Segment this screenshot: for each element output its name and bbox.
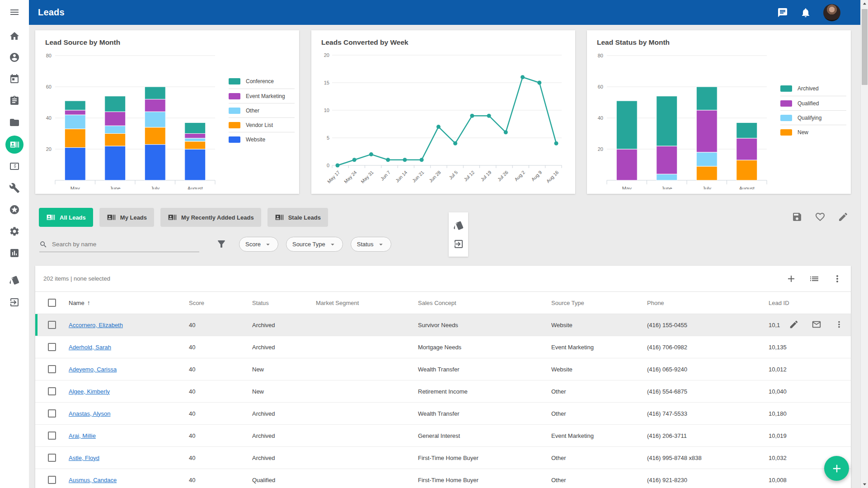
table-row[interactable]: Algee, Kimberly 40 New Retirement Income… <box>35 380 851 403</box>
menu-icon[interactable] <box>9 7 20 18</box>
view-button-stale-leads[interactable]: Stale Leads <box>267 208 328 227</box>
view-button-my-leads[interactable]: My Leads <box>99 208 154 227</box>
view-list-icon[interactable] <box>809 273 820 284</box>
lead-name-link[interactable]: Adeyemo, Carissa <box>69 366 189 373</box>
svg-text:Jun 7: Jun 7 <box>379 169 391 182</box>
column-header-lead-id[interactable]: Lead ID <box>769 300 851 306</box>
column-header-phone[interactable]: Phone <box>647 300 769 306</box>
notifications-bell-icon[interactable] <box>800 7 811 18</box>
legend-item-new[interactable]: New <box>780 125 846 139</box>
edit-pencil-icon[interactable] <box>788 319 799 330</box>
table-row[interactable]: Aderhold, Sarah 40 Archived Mortgage Nee… <box>35 336 851 358</box>
tags-icon[interactable] <box>9 275 20 286</box>
lead-source-type: Other <box>551 455 647 461</box>
home-icon[interactable] <box>9 31 20 42</box>
legend-item-vendor-list[interactable]: Vendor List <box>229 117 295 132</box>
column-header-score[interactable]: Score <box>189 300 252 306</box>
lead-name-link[interactable]: Ausmus, Candace <box>69 477 189 483</box>
svg-text:5: 5 <box>327 135 329 141</box>
legend-item-archived[interactable]: Archived <box>780 81 846 96</box>
filter-chip-score[interactable]: Score <box>239 237 278 252</box>
settings-gear-icon[interactable] <box>9 226 20 237</box>
billing-dollar-icon[interactable] <box>9 161 20 172</box>
email-envelope-icon[interactable] <box>811 319 822 330</box>
tasks-clipboard-icon[interactable] <box>9 95 20 106</box>
column-header-sales-concept[interactable]: Sales Concept <box>418 300 551 306</box>
legend-swatch <box>229 93 240 99</box>
chat-icon[interactable] <box>777 7 788 18</box>
scroll-down-arrow[interactable] <box>861 480 868 488</box>
edit-pencil-icon[interactable] <box>838 211 849 222</box>
add-lead-fab[interactable] <box>824 456 849 481</box>
legend-swatch <box>780 85 792 92</box>
favorite-heart-icon[interactable] <box>815 211 826 222</box>
table-row[interactable]: Accornero, Elizabeth 40 Archived Survivo… <box>35 314 851 336</box>
lead-name-link[interactable]: Arai, Millie <box>69 432 189 439</box>
legend-item-website[interactable]: Website <box>229 132 295 146</box>
row-checkbox[interactable] <box>48 432 56 440</box>
scroll-up-arrow[interactable] <box>861 0 868 8</box>
table-row[interactable]: Arai, Millie 40 Archived General Interes… <box>35 425 851 447</box>
goals-star-icon[interactable] <box>9 204 20 215</box>
row-checkbox[interactable] <box>48 365 56 373</box>
list-quick-actions <box>792 211 849 222</box>
legend-item-qualified[interactable]: Qualified <box>780 96 846 110</box>
svg-text:May 24: May 24 <box>343 169 358 184</box>
column-header-status[interactable]: Status <box>252 300 316 306</box>
legend-item-event-marketing[interactable]: Event Marketing <box>229 89 295 103</box>
view-button-my-recently-added-leads[interactable]: My Recently Added Leads <box>160 208 261 227</box>
column-header-source-type[interactable]: Source Type <box>551 300 647 306</box>
account-icon[interactable] <box>9 52 20 63</box>
table-row[interactable]: Astle, Floyd 40 Archived First-Time Home… <box>35 447 851 469</box>
row-checkbox[interactable] <box>48 343 56 351</box>
svg-text:10: 10 <box>324 108 329 113</box>
documents-folder-icon[interactable] <box>9 117 20 128</box>
kebab-menu-icon[interactable] <box>834 319 845 330</box>
filter-chip-source-type[interactable]: Source Type <box>286 237 343 252</box>
column-header-market-segment[interactable]: Market Segment <box>316 300 418 306</box>
lead-name-link[interactable]: Aderhold, Sarah <box>69 344 189 351</box>
search-box <box>39 237 199 252</box>
lead-source-chart: 20406080MayJuneJulyAugust <box>38 46 219 189</box>
page-scrollbar[interactable] <box>860 0 868 488</box>
lead-name-link[interactable]: Algee, Kimberly <box>69 388 189 395</box>
calendar-icon[interactable] <box>9 74 20 84</box>
filter-funnel-icon[interactable] <box>216 239 227 250</box>
legend-item-conference[interactable]: Conference <box>229 74 295 89</box>
row-checkbox[interactable] <box>48 387 56 395</box>
table-row[interactable]: Adeyemo, Carissa 40 New Wealth Transfer … <box>35 358 851 380</box>
tags-icon[interactable] <box>453 220 464 231</box>
user-avatar[interactable] <box>823 4 840 21</box>
exit-icon[interactable] <box>453 239 464 249</box>
exit-icon[interactable] <box>9 297 20 308</box>
table-row[interactable]: Ausmus, Candace 40 Qualified First-Time … <box>35 469 851 488</box>
column-header-name[interactable]: Name↑ <box>69 299 189 306</box>
row-checkbox[interactable] <box>48 476 56 484</box>
legend-item-qualifying[interactable]: Qualifying <box>780 110 846 125</box>
svg-text:Aug 2: Aug 2 <box>513 169 526 182</box>
reports-chart-icon[interactable] <box>9 248 20 258</box>
row-actions <box>788 319 845 330</box>
legend-item-other[interactable]: Other <box>229 103 295 117</box>
lead-source-type: Website <box>551 322 647 328</box>
table-row[interactable]: Anastas, Alyson 40 Archived Wealth Trans… <box>35 403 851 425</box>
lead-source-type: Other <box>551 410 647 417</box>
leads-contacts-icon-active[interactable] <box>5 136 23 154</box>
lead-name-link[interactable]: Anastas, Alyson <box>69 410 189 417</box>
filter-chip-status[interactable]: Status <box>351 237 391 252</box>
lead-name-link[interactable]: Accornero, Elizabeth <box>69 322 189 328</box>
kebab-menu-icon[interactable] <box>832 273 843 284</box>
scrollbar-thumb[interactable] <box>862 9 868 85</box>
lead-name-link[interactable]: Astle, Floyd <box>69 455 189 461</box>
search-input[interactable] <box>52 241 183 248</box>
svg-text:May 17: May 17 <box>326 169 341 184</box>
row-checkbox[interactable] <box>48 409 56 418</box>
add-plus-icon[interactable] <box>786 273 797 284</box>
tools-wrench-icon[interactable] <box>9 183 20 193</box>
select-all-checkbox[interactable] <box>48 299 56 307</box>
row-checkbox[interactable] <box>48 321 56 329</box>
save-icon[interactable] <box>792 211 802 222</box>
top-app-bar: Leads <box>29 0 860 25</box>
row-checkbox[interactable] <box>48 454 56 462</box>
view-button-all-leads[interactable]: All Leads <box>39 208 93 227</box>
